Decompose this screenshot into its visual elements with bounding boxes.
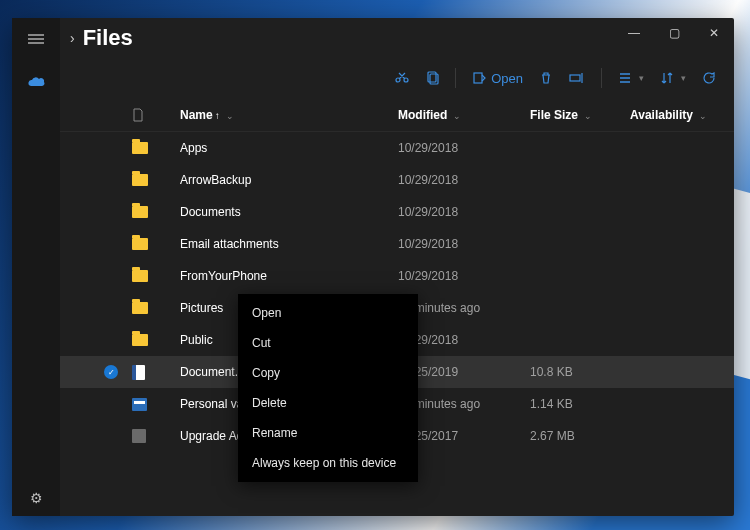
file-size: 1.14 KB [530,397,630,411]
availability-column-header[interactable]: Availability⌄ [630,108,716,122]
cut-button[interactable] [395,71,409,85]
chevron-down-icon: ⌄ [584,111,592,121]
chevron-down-icon: ▾ [639,73,644,83]
icon-column-header[interactable] [132,108,180,122]
file-name: Email attachments [180,237,398,251]
context-menu-item[interactable]: Delete [238,388,418,418]
toolbar-separator [455,68,456,88]
close-button[interactable]: ✕ [694,18,734,48]
folder-icon [132,302,180,314]
view-button[interactable]: ▾ [618,71,644,85]
modified-column-header[interactable]: Modified⌄ [398,108,530,122]
table-row[interactable]: ✓Email attachments10/29/2018 [60,228,734,260]
page-title: Files [83,25,133,51]
folder-icon [132,142,180,154]
table-row[interactable]: ✓Apps10/29/2018 [60,132,734,164]
svg-rect-2 [474,73,482,83]
main-area: — ▢ ✕ › Files Open [60,18,734,516]
file-size: 10.8 KB [530,365,630,379]
file-modified: 10/29/2018 [398,205,530,219]
chevron-down-icon: ⌄ [453,111,461,121]
file-name: FromYourPhone [180,269,398,283]
file-size: 2.67 MB [530,429,630,443]
folder-icon [132,174,180,186]
rename-button[interactable] [569,71,585,85]
folder-icon [132,334,180,346]
toolbar: Open ▾ ▾ [60,58,734,98]
onedrive-icon[interactable] [27,76,45,88]
context-menu-item[interactable]: Cut [238,328,418,358]
nav-back-icon[interactable]: › [70,30,75,46]
name-column-header[interactable]: Name↑⌄ [180,108,398,122]
app-window: ⚙ — ▢ ✕ › Files Open [12,18,734,516]
file-list: ✓Apps10/29/2018✓ArrowBackup10/29/2018✓Do… [60,132,734,516]
check-icon: ✓ [104,365,118,379]
svg-rect-3 [570,75,580,81]
chevron-down-icon: ⌄ [226,111,234,121]
toolbar-separator [601,68,602,88]
file-modified: 10/29/2018 [398,141,530,155]
sidebar: ⚙ [12,18,60,516]
table-row[interactable]: ✓FromYourPhone10/29/2018 [60,260,734,292]
context-menu-item[interactable]: Copy [238,358,418,388]
context-menu: OpenCutCopyDeleteRenameAlways keep on th… [238,294,418,482]
file-name: ArrowBackup [180,173,398,187]
context-menu-item[interactable]: Rename [238,418,418,448]
folder-icon [132,238,180,250]
maximize-button[interactable]: ▢ [654,18,694,48]
file-modified: 10/29/2018 [398,237,530,251]
refresh-button[interactable] [702,71,716,85]
size-column-header[interactable]: File Size⌄ [530,108,630,122]
delete-button[interactable] [539,71,553,85]
appx-icon [132,429,180,443]
chevron-down-icon: ⌄ [699,111,707,121]
file-modified: 10/29/2018 [398,173,530,187]
open-label: Open [491,71,523,86]
settings-button[interactable]: ⚙ [30,490,43,506]
file-name: Apps [180,141,398,155]
table-row[interactable]: ✓Documents10/29/2018 [60,196,734,228]
folder-icon [132,270,180,282]
chevron-down-icon: ▾ [681,73,686,83]
sort-asc-icon: ↑ [215,110,220,121]
copy-button[interactable] [425,71,439,85]
open-button[interactable]: Open [472,71,523,86]
table-row[interactable]: ✓ArrowBackup10/29/2018 [60,164,734,196]
window-controls: — ▢ ✕ [614,18,734,48]
file-modified: 10/29/2018 [398,269,530,283]
minimize-button[interactable]: — [614,18,654,48]
word-icon [132,365,180,380]
file-name: Documents [180,205,398,219]
sort-button[interactable]: ▾ [660,71,686,85]
context-menu-item[interactable]: Always keep on this device [238,448,418,478]
column-headers: Name↑⌄ Modified⌄ File Size⌄ Availability… [60,98,734,132]
menu-button[interactable] [28,32,44,46]
context-menu-item[interactable]: Open [238,298,418,328]
link-icon [132,398,180,411]
folder-icon [132,206,180,218]
